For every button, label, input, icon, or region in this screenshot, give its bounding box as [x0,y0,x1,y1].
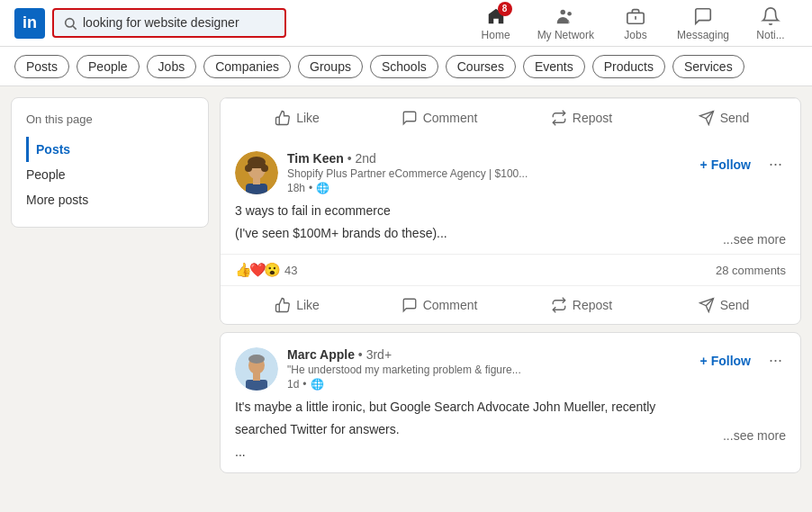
comment-icon-tim [401,297,418,313]
linkedin-logo[interactable]: in [14,8,45,39]
tab-courses[interactable]: Courses [446,55,516,78]
repost-label: Repost [573,111,612,125]
tim-avatar-svg [235,151,278,194]
sidebar-title: On this page [26,112,194,126]
post-meta-tim: Tim Keen • 2nd Shopify Plus Partner eCom… [287,151,684,194]
send-icon-tim [699,297,715,313]
more-options-marc[interactable]: ··· [765,347,786,373]
svg-point-3 [568,11,573,15]
tab-schools[interactable]: Schools [370,55,438,78]
svg-point-0 [66,19,74,27]
send-label-tim: Send [720,298,750,312]
svg-rect-14 [246,184,267,194]
nav-jobs-label: Jobs [624,29,646,41]
see-more-marc[interactable]: ...see more [723,428,786,443]
svg-rect-21 [246,380,267,391]
messaging-icon [692,5,714,27]
post-text-marc-1: It's maybe a little ironic, but Google S… [235,398,786,417]
reactions-left-tim: 👍❤️😮 43 [235,262,297,278]
avatar-tim[interactable] [235,151,278,194]
nav-network-label: My Network [537,29,594,41]
post-header-marc: Marc Apple • 3rd+ "He understood my mark… [221,333,800,398]
reaction-count-tim: 43 [284,264,297,277]
repost-icon [551,110,567,126]
author-tim: Tim Keen • 2nd [287,151,684,166]
see-more-tim[interactable]: ...see more [723,232,786,247]
nav-messaging-label: Messaging [677,29,729,41]
separator-marc: • [302,378,306,391]
like-button-top[interactable]: Like [228,103,366,133]
sidebar-item-posts[interactable]: Posts [26,137,194,162]
degree-marc: • 3rd+ [358,347,392,362]
svg-point-12 [245,165,252,172]
tab-groups[interactable]: Groups [298,55,363,78]
tab-services[interactable]: Services [672,55,744,78]
avatar-marc[interactable] [235,347,278,391]
comment-button-tim[interactable]: Comment [370,290,509,320]
like-label-tim: Like [296,298,320,312]
nav-network[interactable]: My Network [527,5,605,41]
post-text-tim-1: 3 ways to fail in ecommerce [235,202,786,220]
repost-button-top[interactable]: Repost [512,103,651,133]
svg-rect-15 [253,177,260,184]
more-options-tim[interactable]: ··· [765,151,786,177]
post-card-marc: Marc Apple • 3rd+ "He understood my mark… [220,332,801,473]
search-input[interactable] [83,15,275,30]
repost-icon-tim [551,297,567,313]
jobs-icon [625,5,646,27]
bell-icon [760,5,781,27]
tab-events[interactable]: Events [523,55,585,78]
time-tim: 18h • 🌐 [287,182,684,194]
send-icon [699,110,715,126]
nav-messaging[interactable]: Messaging [666,5,740,41]
comment-label-tim: Comment [423,298,478,312]
tab-posts[interactable]: Posts [14,55,69,78]
comments-count-tim[interactable]: 28 comments [716,264,786,277]
subtitle-marc: "He understood my marketing problem & fi… [287,364,684,376]
send-button-tim[interactable]: Send [654,290,793,320]
tab-people[interactable]: People [77,55,140,78]
filter-tabs: Posts People Jobs Companies Groups Schoo… [0,47,812,86]
reaction-emojis-tim: 👍❤️😮 [235,262,281,278]
post-text-marc-3: ... [235,443,786,462]
tab-products[interactable]: Products [592,55,665,78]
subtitle-tim: Shopify Plus Partner eCommerce Agency | … [287,167,684,180]
action-bar-tim: Like Comment Repost Send [221,285,800,324]
nav-notifications[interactable]: Noti... [744,5,798,41]
svg-point-13 [261,165,268,172]
marc-avatar-svg [235,347,278,391]
comment-button-top[interactable]: Comment [370,103,509,133]
post-actions-right-marc: + Follow ··· [693,347,786,373]
content-area: Like Comment Repost Send [220,97,812,512]
repost-label-tim: Repost [573,298,612,312]
nav-home[interactable]: 8 Home [469,5,523,41]
sidebar-item-people[interactable]: People [26,162,194,187]
home-icon: 8 [485,5,507,27]
search-box[interactable] [52,8,286,38]
post-meta-marc: Marc Apple • 3rd+ "He understood my mark… [287,347,684,391]
time-marc: 1d • 🌐 [287,378,684,391]
sidebar-item-more-posts[interactable]: More posts [26,187,194,212]
svg-line-1 [73,26,77,30]
follow-button-tim[interactable]: + Follow [693,154,758,175]
post-text-tim-2: (I've seen $100M+ brands do these)... [235,224,447,243]
post-text-marc-2: searched Twitter for answers. [235,420,400,439]
post-card-tim: Like Comment Repost Send [220,97,801,325]
nav-jobs[interactable]: Jobs [609,5,663,41]
comment-icon [401,110,418,126]
degree-tim: • 2nd [347,151,376,166]
tab-jobs[interactable]: Jobs [147,55,197,78]
tab-companies[interactable]: Companies [203,55,291,78]
like-label: Like [296,111,320,125]
post-reactions-tim: 👍❤️😮 43 28 comments [221,254,800,285]
svg-point-2 [561,9,566,14]
post-body-tim: 3 ways to fail in ecommerce (I've seen $… [221,202,800,254]
like-button-tim[interactable]: Like [228,290,366,320]
send-button-top[interactable]: Send [654,103,793,133]
repost-button-tim[interactable]: Repost [512,290,651,320]
network-icon [555,5,576,27]
search-icon [63,15,77,31]
author-marc: Marc Apple • 3rd+ [287,347,684,362]
post-actions-right-tim: + Follow ··· [693,151,786,177]
follow-button-marc[interactable]: + Follow [693,350,758,372]
